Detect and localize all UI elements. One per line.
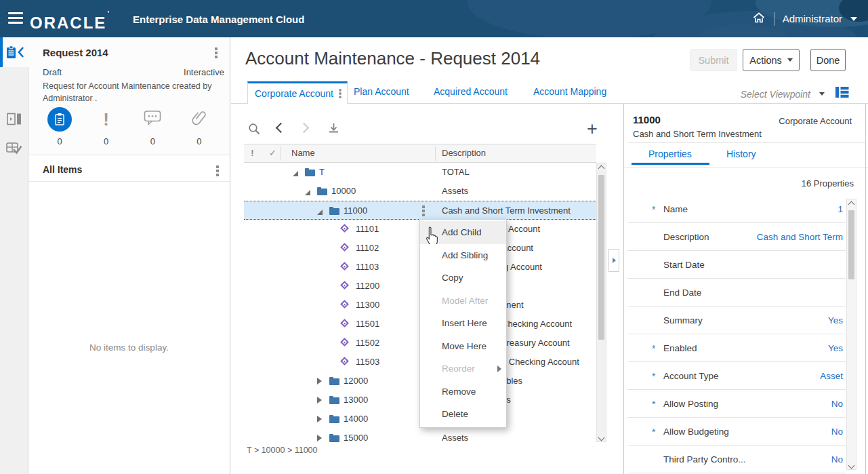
- required-asterisk: *: [652, 371, 655, 382]
- expand-toggle-icon[interactable]: [317, 435, 322, 441]
- tab-history[interactable]: History: [726, 149, 756, 159]
- tab-account-mapping[interactable]: Account Mapping: [533, 86, 606, 97]
- download-icon[interactable]: [327, 123, 340, 138]
- tab-acquired-account[interactable]: Acquired Account: [434, 86, 508, 97]
- collapse-toggle-icon[interactable]: [317, 210, 323, 215]
- property-value[interactable]: No: [831, 454, 843, 465]
- menu-item-add-child[interactable]: Add Child: [420, 221, 506, 244]
- all-items-kebab-menu[interactable]: [216, 165, 219, 176]
- tree-scrollbar[interactable]: [596, 163, 606, 442]
- user-caret-icon[interactable]: [850, 17, 857, 21]
- menu-item-reorder: Reorder: [420, 357, 506, 380]
- tree-row[interactable]: 15000Assets: [244, 429, 596, 445]
- name-cell: 10000: [285, 182, 435, 201]
- home-icon[interactable]: [752, 12, 766, 26]
- expand-toggle-icon[interactable]: [317, 378, 322, 384]
- expand-toggle-icon[interactable]: [317, 416, 322, 422]
- done-button[interactable]: Done: [810, 49, 846, 71]
- property-row[interactable]: SummaryYes: [627, 307, 846, 334]
- node-description: TOTAL: [442, 167, 470, 177]
- actions-caret-icon: [787, 58, 793, 62]
- scrollbar-thumb[interactable]: [598, 175, 604, 340]
- stat-comments[interactable]: 0: [132, 106, 173, 146]
- expand-panel-icon: [613, 258, 616, 263]
- rail-item-requests[interactable]: [0, 37, 28, 67]
- property-list: *Name1DescriptionCash and Short TermStar…: [627, 195, 846, 474]
- property-label: Description: [663, 232, 709, 242]
- tab-plan-account[interactable]: Plan Account: [354, 86, 409, 97]
- property-row[interactable]: End Date: [627, 279, 846, 307]
- tab-corporate-account[interactable]: Corporate Account: [247, 81, 348, 104]
- menu-item-delete[interactable]: Delete: [420, 403, 506, 426]
- request-kebab-menu[interactable]: [215, 47, 218, 58]
- menu-item-insert-here[interactable]: Insert Here: [420, 312, 506, 335]
- property-row[interactable]: *Allow BudgetingNo: [627, 418, 846, 446]
- column-description[interactable]: Description: [442, 148, 486, 158]
- menu-item-remove[interactable]: Remove: [420, 380, 506, 403]
- tab-properties[interactable]: Properties: [648, 149, 692, 159]
- stat-items[interactable]: 0: [39, 106, 80, 146]
- scroll-up-icon[interactable]: [598, 165, 605, 172]
- menu-item-add-sibling[interactable]: Add Sibling: [420, 244, 506, 267]
- name-cell: 11501: [285, 315, 435, 334]
- column-name[interactable]: Name: [291, 148, 315, 158]
- column-flag[interactable]: !: [244, 148, 261, 158]
- column-check-icon[interactable]: ✓: [261, 148, 285, 158]
- layout-grid-icon[interactable]: [835, 86, 849, 101]
- property-value[interactable]: Yes: [828, 315, 843, 325]
- name-cell: 11103: [285, 258, 435, 277]
- tree-row[interactable]: 11000Cash and Short Term Investment: [244, 201, 596, 220]
- property-value[interactable]: 1: [838, 204, 843, 214]
- submit-button[interactable]: Submit: [690, 49, 737, 71]
- rail-item-side-panel[interactable]: [0, 104, 28, 134]
- properties-scrollbar[interactable]: [846, 199, 856, 470]
- property-value[interactable]: Cash and Short Term: [757, 232, 843, 242]
- folder-icon: [317, 189, 327, 195]
- viewpoint-selector[interactable]: Select Viewpoint: [741, 89, 810, 100]
- expand-toggle-icon[interactable]: [317, 397, 322, 403]
- property-row[interactable]: *Name1: [627, 195, 846, 223]
- menu-icon[interactable]: [8, 12, 23, 24]
- back-icon[interactable]: [276, 123, 287, 134]
- folder-icon: [305, 170, 315, 176]
- property-row[interactable]: *EnabledYes: [627, 334, 846, 362]
- property-label: Allow Posting: [663, 399, 718, 409]
- property-value[interactable]: Yes: [828, 343, 843, 353]
- tree-row[interactable]: TTOTAL: [244, 163, 596, 182]
- property-row[interactable]: DescriptionCash and Short Term: [627, 223, 846, 251]
- required-asterisk: *: [652, 399, 655, 410]
- search-icon[interactable]: [248, 123, 261, 138]
- page-title: Account Maintenance - Request 2014: [245, 48, 540, 69]
- user-menu[interactable]: Administrator: [783, 13, 842, 24]
- scroll-up-icon[interactable]: [848, 201, 855, 208]
- breadcrumb: T > 10000 > 11000: [247, 446, 318, 455]
- property-row[interactable]: Start Date: [627, 251, 846, 279]
- property-row[interactable]: *Allow PostingNo: [627, 390, 846, 418]
- collapse-toggle-icon[interactable]: [293, 171, 298, 176]
- menu-item-move-here[interactable]: Move Here: [420, 335, 506, 358]
- rail-item-approvals[interactable]: [0, 134, 28, 163]
- scrollbar-thumb[interactable]: [848, 210, 854, 279]
- property-value[interactable]: Asset: [820, 371, 843, 381]
- scroll-down-icon[interactable]: [848, 462, 855, 469]
- viewpoint-caret-icon[interactable]: [819, 92, 825, 96]
- forward-icon[interactable]: [299, 123, 310, 134]
- menu-item-copy[interactable]: Copy: [420, 266, 506, 290]
- stat-issues[interactable]: ! 0: [86, 106, 127, 146]
- property-row[interactable]: Third Party Contro...No: [627, 446, 846, 473]
- add-node-icon[interactable]: +: [587, 119, 598, 140]
- actions-button[interactable]: Actions: [743, 49, 800, 71]
- row-actions-kebab[interactable]: [422, 205, 425, 216]
- property-row[interactable]: *Account TypeAsset: [627, 362, 846, 390]
- panel-splitter-button[interactable]: [608, 249, 619, 272]
- tab-kebab-menu[interactable]: [339, 89, 341, 98]
- alert-icon: !: [103, 109, 109, 130]
- property-value[interactable]: No: [831, 399, 843, 409]
- header-separator: [774, 12, 774, 26]
- leaf-node-icon: [340, 224, 349, 233]
- collapse-toggle-icon[interactable]: [305, 190, 310, 195]
- tree-row[interactable]: 10000Assets: [244, 182, 596, 201]
- scroll-down-icon[interactable]: [598, 435, 605, 441]
- stat-attachments[interactable]: 0: [179, 106, 220, 146]
- property-value[interactable]: No: [831, 427, 843, 437]
